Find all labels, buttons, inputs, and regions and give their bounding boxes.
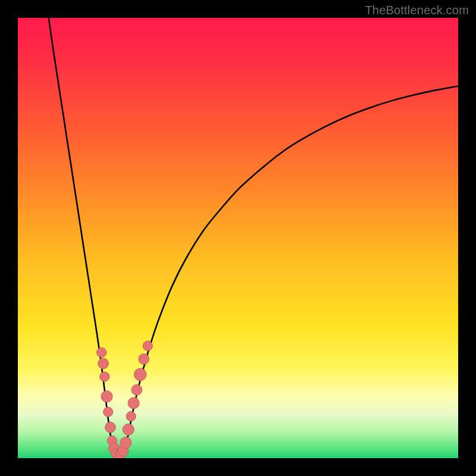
data-marker bbox=[134, 368, 146, 381]
data-marker bbox=[101, 391, 112, 402]
data-marker bbox=[100, 372, 109, 381]
data-marker bbox=[143, 341, 152, 350]
data-marker bbox=[128, 397, 139, 409]
data-marker bbox=[96, 347, 106, 357]
data-marker bbox=[131, 384, 142, 395]
data-marker bbox=[126, 412, 136, 421]
plot-area bbox=[18, 18, 458, 458]
data-marker bbox=[105, 422, 116, 433]
data-marker bbox=[123, 424, 134, 435]
data-marker bbox=[120, 437, 131, 448]
data-marker bbox=[104, 407, 113, 416]
data-marker bbox=[139, 354, 149, 365]
bottleneck-curve bbox=[49, 18, 458, 457]
watermark-text: TheBottleneck.com bbox=[365, 4, 469, 17]
marker-group bbox=[96, 341, 152, 458]
curve-layer bbox=[18, 18, 458, 458]
data-marker bbox=[98, 358, 109, 369]
chart-container: TheBottleneck.com bbox=[0, 0, 476, 476]
